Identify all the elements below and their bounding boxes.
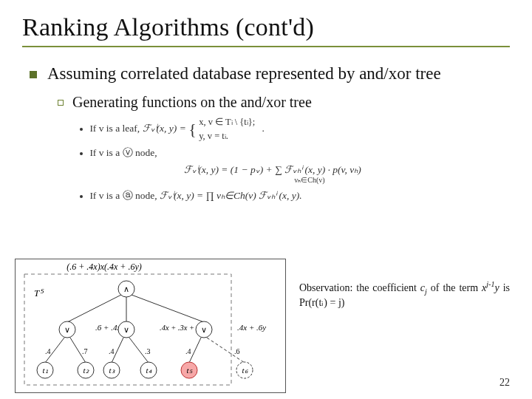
- svg-text:t₅: t₅: [186, 366, 192, 375]
- bullet-dot-icon: [80, 128, 83, 131]
- formula-leaf-prefix: If v is a leaf,: [89, 123, 142, 134]
- formula-block: If v is a leaf, ℱᵥⁱ(x, y) = { x, v ∈ Tᵢ …: [80, 115, 510, 203]
- formula-or-body-row: ℱᵥⁱ(x, y) = (1 − pᵥ) + ∑ ℱᵥₕⁱ (x, y) · p…: [80, 163, 466, 185]
- observation-text: Observation: the coefficient cj of the t…: [299, 279, 510, 310]
- svg-text:.4: .4: [185, 347, 191, 355]
- formula-leaf-func: ℱᵥⁱ(x, y) =: [143, 123, 189, 134]
- formula-leaf: If v is a leaf, ℱᵥⁱ(x, y) = { x, v ∈ Tᵢ …: [80, 115, 510, 143]
- svg-line-3: [132, 295, 204, 322]
- main-bullet-text: Assuming correlated database represented…: [47, 64, 441, 85]
- diagram-root-expr: (.6 + .4x)x(.4x + .6y): [66, 262, 141, 272]
- svg-text:∧: ∧: [123, 284, 129, 293]
- sub-bullet-square-icon: [58, 100, 64, 106]
- svg-text:t₆: t₆: [242, 366, 248, 375]
- svg-line-1: [67, 295, 121, 322]
- formula-leaf-case-b: y, v = tᵢ.: [199, 129, 255, 143]
- bullet-square-icon: [30, 71, 37, 78]
- svg-text:.4: .4: [109, 347, 115, 355]
- bullet-dot-icon: [80, 152, 83, 155]
- svg-text:.3: .3: [145, 347, 151, 355]
- tree-diagram: T⁵ (.6 + .4x)x(.4x + .6y) ∧ ∨ .6 + .4x ∨…: [15, 259, 286, 393]
- sub-bullet-row: Generating functions on the and/xor tree: [58, 94, 510, 111]
- svg-text:t₁: t₁: [42, 366, 47, 375]
- observation-mid: of the term: [431, 282, 482, 293]
- sub-bullet-text: Generating functions on the and/xor tree: [72, 94, 312, 111]
- slide-title: Ranking Algorithms (cont'd): [22, 13, 314, 41]
- svg-text:t₂: t₂: [83, 366, 89, 375]
- svg-text:t₃: t₃: [109, 366, 115, 375]
- svg-text:.7: .7: [82, 347, 88, 355]
- formula-or-body: ℱᵥⁱ(x, y) = (1 − pᵥ) + ∑ ℱᵥₕⁱ (x, y) · p…: [184, 164, 361, 175]
- svg-text:∨: ∨: [123, 325, 129, 334]
- formula-and: If v is a ⓐ node, ℱᵥⁱ(x, y) = ∏ vₕ∈Ch(v)…: [80, 188, 510, 203]
- bullet-dot-icon: [80, 195, 83, 198]
- main-bullet-row: Assuming correlated database represented…: [30, 64, 502, 85]
- formula-and-body: ℱᵥⁱ(x, y) = ∏ vₕ∈Ch(v) ℱᵥₕⁱ (x, y).: [160, 190, 302, 201]
- svg-text:∨: ∨: [201, 325, 207, 334]
- svg-text:.6: .6: [234, 347, 240, 355]
- page-number: 22: [499, 377, 510, 389]
- formula-or: If v is a ⓥ node,: [80, 146, 510, 160]
- svg-text:∨: ∨: [64, 325, 70, 334]
- slide-title-block: Ranking Algorithms (cont'd): [22, 13, 510, 47]
- formula-and-prefix: If v is a ⓐ node,: [89, 190, 160, 201]
- diagram-or1-label: .6 + .4x: [95, 323, 120, 332]
- formula-leaf-case-a: x, v ∈ Tᵢ \ {tᵢ};: [199, 115, 255, 129]
- formula-or-prefix: If v is a ⓥ node,: [89, 147, 157, 158]
- formula-or-sum-subscript: vₕ∈Ch(v): [154, 174, 466, 185]
- observation-prefix: Observation: the coefficient: [299, 282, 420, 293]
- label-T5: T⁵: [34, 287, 44, 299]
- svg-text:.4: .4: [45, 347, 51, 355]
- diagram-or3-label: .4x + .6y: [237, 323, 266, 332]
- svg-text:t₄: t₄: [146, 366, 151, 375]
